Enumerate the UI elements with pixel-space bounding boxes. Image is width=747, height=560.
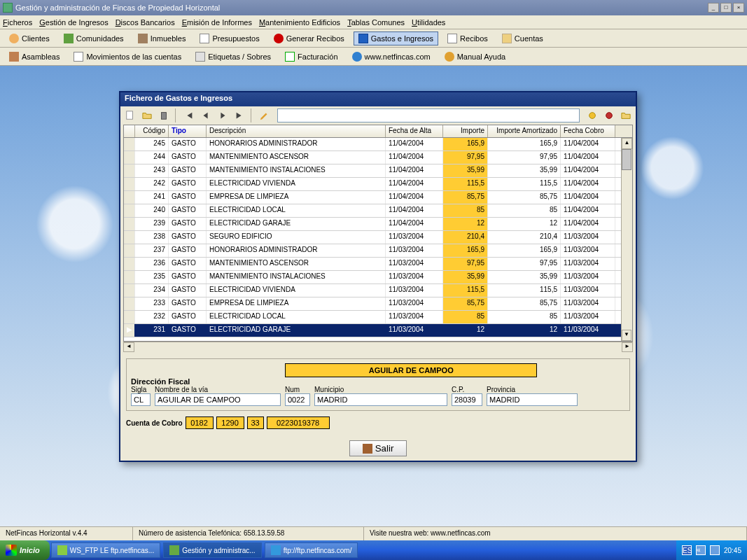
tbtn-gastos-e-ingresos[interactable]: Gastos e Ingresos: [354, 31, 438, 46]
menu-emisión-de-informes[interactable]: Emisión de Informes: [182, 18, 252, 27]
edit-icon[interactable]: [258, 108, 272, 122]
dialog-toolbar: [120, 106, 636, 125]
tbtn-cuentas[interactable]: Cuentas: [497, 31, 548, 46]
table-row[interactable]: 239GASTOELECTRICIDAD GARAJE11/04/2004121…: [124, 218, 632, 231]
menu-gestión-de-ingresos[interactable]: Gestión de Ingresos: [39, 18, 108, 27]
col-importe-amort[interactable]: Importe Amortizado: [488, 125, 561, 137]
svg-point-2: [589, 113, 596, 119]
tbtn-facturaci-n[interactable]: Facturación: [280, 50, 342, 64]
tbtn-generar-recibos[interactable]: Generar Recibos: [269, 31, 349, 46]
table-row[interactable]: ▶231GASTOELECTRICIDAD GARAJE11/03/200412…: [124, 324, 632, 337]
tbtn-asambleas[interactable]: Asambleas: [4, 50, 64, 64]
minimize-button[interactable]: _: [708, 3, 719, 13]
table-row[interactable]: 241GASTOEMPRESA DE LIMPIEZA11/04/200485,…: [124, 191, 632, 204]
table-row[interactable]: 232GASTOELECTRICIDAD LOCAL11/03/20048585…: [124, 311, 632, 324]
search-input[interactable]: [277, 108, 580, 122]
table-row[interactable]: 243GASTOMANTENIMIENTO INSTALACIONES11/04…: [124, 164, 632, 178]
folder-icon[interactable]: [619, 108, 633, 122]
svg-rect-0: [127, 111, 133, 119]
refresh-icon[interactable]: [585, 108, 599, 122]
provincia-input[interactable]: [487, 393, 578, 406]
col-fecha-cobro[interactable]: Fecha Cobro: [561, 125, 615, 137]
taskbar-task[interactable]: WS_FTP LE ftp.netfincas...: [51, 542, 160, 558]
tbtn-presupuestos[interactable]: Presupuestos: [195, 31, 264, 46]
table-row[interactable]: 245GASTOHONORARIOS ADMINISTRADOR11/04/20…: [124, 138, 632, 151]
tbtn-inmuebles[interactable]: Inmuebles: [133, 31, 191, 46]
prev-icon[interactable]: [199, 108, 213, 122]
tbtn-recibos[interactable]: Recibos: [442, 31, 493, 46]
tray-icon-2[interactable]: [710, 545, 720, 555]
direccion-fiscal-label: Dirección Fiscal: [131, 377, 190, 386]
close-button[interactable]: ×: [733, 3, 744, 13]
table-row[interactable]: 235GASTOMANTENIMIENTO INSTALACIONES11/03…: [124, 271, 632, 284]
last-icon[interactable]: [232, 108, 246, 122]
status-version: NetFincas Horizontal v.4.4: [0, 527, 133, 540]
start-button[interactable]: Inicio: [0, 540, 50, 560]
cp-input[interactable]: [452, 393, 482, 406]
tray-icon[interactable]: «: [696, 545, 706, 555]
maximize-button[interactable]: □: [720, 3, 732, 13]
salir-button[interactable]: Salir: [349, 440, 407, 456]
tbtn-comunidades[interactable]: Comunidades: [59, 31, 129, 46]
new-icon[interactable]: [123, 108, 137, 122]
menu-tablas-comunes[interactable]: Tablas Comunes: [347, 18, 405, 27]
grid-header: Código Tipo Descripción Fecha de Alta Im…: [124, 125, 632, 138]
menu-discos-bancarios[interactable]: Discos Bancarios: [116, 18, 175, 27]
taskbar-task[interactable]: Gestión y administrac...: [163, 542, 261, 558]
direccion-fiscal-panel: Dirección Fiscal AGUILAR DE CAMPOO Sigla…: [126, 358, 630, 411]
address-banner: AGUILAR DE CAMPOO: [285, 363, 537, 377]
cuenta-p3[interactable]: [247, 416, 264, 429]
tbtn-manual-ayuda[interactable]: Manual Ayuda: [440, 50, 511, 64]
table-row[interactable]: 240GASTOELECTRICIDAD LOCAL11/04/20048585…: [124, 204, 632, 218]
windows-icon: [6, 545, 17, 556]
menu-ficheros[interactable]: Ficheros: [3, 18, 32, 27]
table-row[interactable]: 244GASTOMANTENIMIENTO ASCENSOR11/04/2004…: [124, 151, 632, 164]
menu-mantenimiento-edificios[interactable]: Mantenimiento Edificios: [259, 18, 340, 27]
sigla-input[interactable]: [131, 393, 151, 406]
grid-scroll-v[interactable]: ▲▼: [621, 138, 632, 341]
taskbar-task[interactable]: ftp://ftp.netfincas.com/: [265, 542, 358, 558]
next-icon[interactable]: [216, 108, 230, 122]
num-input[interactable]: [285, 393, 310, 406]
gastos-ingresos-dialog: Fichero de Gastos e Ingresos Código Tipo…: [119, 91, 637, 462]
tbtn-clientes[interactable]: Clientes: [4, 31, 55, 46]
tbtn-etiquetas-sobres[interactable]: Etiquetas / Sobres: [190, 50, 276, 64]
cuenta-p1[interactable]: [186, 416, 214, 429]
cuenta-p4[interactable]: [267, 416, 330, 429]
ic-acc-icon: [502, 34, 512, 43]
cuenta-p2[interactable]: [216, 416, 244, 429]
ic-comm-icon: [64, 34, 74, 43]
toolbar-2: AsambleasMovimientos de las cuentasEtiqu…: [0, 48, 747, 66]
col-importe[interactable]: Importe: [443, 125, 488, 137]
table-row[interactable]: 237GASTOHONORARIOS ADMINISTRADOR11/03/20…: [124, 244, 632, 258]
open-icon[interactable]: [140, 108, 154, 122]
municipio-input[interactable]: [314, 393, 447, 406]
delete-icon[interactable]: [157, 108, 171, 122]
clock: 20:45: [724, 547, 741, 554]
ic-mov-icon: [74, 52, 83, 62]
table-row[interactable]: 238GASTOSEGURO EDIFICIO11/03/2004210,421…: [124, 231, 632, 244]
ic-gear-icon: [274, 34, 284, 43]
stop-icon[interactable]: [602, 108, 616, 122]
dialog-title: Fichero de Gastos e Ingresos: [120, 92, 636, 106]
ic-asm-icon: [9, 52, 19, 62]
menu-utilidades[interactable]: Utilidades: [412, 18, 445, 27]
table-row[interactable]: 242GASTOELECTRICIDAD VIVIENDA11/04/20041…: [124, 178, 632, 191]
ic-doc-icon: [200, 34, 209, 43]
lang-indicator[interactable]: ES: [682, 545, 692, 555]
grid-scroll-h[interactable]: ◄►: [123, 342, 633, 353]
via-input[interactable]: [155, 393, 281, 406]
col-fecha-alta[interactable]: Fecha de Alta: [386, 125, 443, 137]
table-row[interactable]: 234GASTOELECTRICIDAD VIVIENDA11/03/20041…: [124, 284, 632, 298]
table-row[interactable]: 236GASTOMANTENIMIENTO ASCENSOR11/03/2004…: [124, 258, 632, 271]
tbtn-www-netfincas-com[interactable]: www.netfincas.com: [347, 50, 435, 64]
app-icon: [3, 3, 13, 13]
table-row[interactable]: 233GASTOEMPRESA DE LIMPIEZA11/03/200485,…: [124, 298, 632, 311]
col-codigo[interactable]: Código: [135, 125, 169, 137]
first-icon[interactable]: [182, 108, 196, 122]
tbtn-movimientos-de-las-cuentas[interactable]: Movimientos de las cuentas: [69, 50, 186, 64]
col-descripcion[interactable]: Descripción: [207, 125, 386, 137]
status-web: Visite nuestra web: www.netfincas.com: [364, 527, 747, 540]
col-tipo[interactable]: Tipo: [169, 125, 207, 137]
svg-rect-1: [162, 113, 167, 120]
